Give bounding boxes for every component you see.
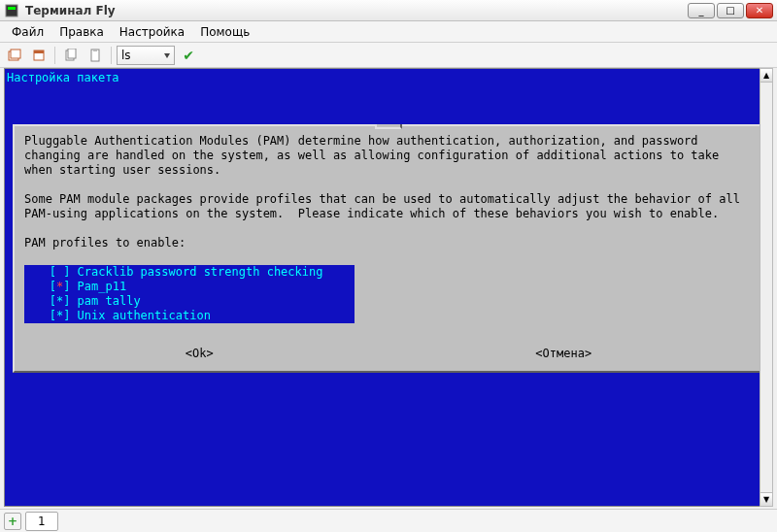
close-icon: ✕	[756, 5, 763, 16]
terminal-view[interactable]: Настройка пакета Pluggable Authenticatio…	[4, 68, 773, 507]
svg-rect-1	[8, 7, 16, 10]
scroll-down-arrow[interactable]: ▼	[760, 492, 772, 506]
dialog-paragraph-2: Some PAM module packages provide profile…	[24, 192, 753, 221]
dialog-title-notch	[375, 124, 402, 129]
window-title: Терминал Fly	[25, 4, 688, 17]
svg-rect-9	[93, 49, 97, 51]
toolbar-separator	[54, 47, 55, 64]
maximize-button[interactable]: □	[717, 3, 744, 18]
minimize-icon: _	[699, 5, 704, 16]
new-window-button[interactable]	[28, 46, 50, 65]
menu-help[interactable]: Помощь	[192, 23, 257, 41]
window-controls: _ □ ✕	[688, 3, 773, 18]
cancel-button[interactable]: <Отмена>	[535, 347, 591, 361]
menu-edit[interactable]: Правка	[51, 23, 112, 41]
maximize-icon: □	[726, 5, 734, 16]
svg-rect-3	[11, 50, 20, 58]
add-tab-button[interactable]: +	[4, 513, 21, 530]
dialog-paragraph-1: Pluggable Authentication Modules (PAM) d…	[24, 134, 753, 178]
copy-button[interactable]	[60, 46, 82, 65]
app-icon	[4, 3, 19, 18]
tab-label: 1	[38, 515, 46, 528]
minimize-button[interactable]: _	[688, 3, 715, 18]
profile-label: pam tally	[78, 294, 141, 308]
command-combo-value: ls	[121, 49, 131, 62]
menu-bar: Файл Правка Настройка Помощь	[0, 21, 777, 43]
tab-bar: + 1	[0, 509, 777, 532]
title-bar: Терминал Fly _ □ ✕	[0, 0, 777, 21]
toolbar: ls ✔	[0, 43, 777, 68]
profile-item-pam-tally[interactable]: [*] pam tally	[28, 294, 351, 309]
vertical-scrollbar[interactable]: ▲ ▼	[760, 68, 773, 507]
profile-item-unix-auth[interactable]: [*] Unix authentication	[28, 309, 351, 323]
menu-settings[interactable]: Настройка	[112, 23, 192, 41]
package-config-title: Настройка пакета	[7, 71, 770, 85]
menu-file[interactable]: Файл	[4, 23, 51, 41]
scroll-up-arrow[interactable]: ▲	[760, 69, 772, 83]
checkbox-mark: *	[56, 309, 63, 322]
plus-icon: +	[8, 515, 17, 528]
dialog-button-row: <Ok> <Отмена>	[24, 347, 753, 361]
profile-item-cracklib[interactable]: [ ] Cracklib password strength checking	[28, 265, 351, 280]
profile-label: Unix authentication	[78, 309, 211, 322]
paste-button[interactable]	[84, 46, 106, 65]
dialog-prompt: PAM profiles to enable:	[24, 236, 753, 250]
checkbox-mark: *	[56, 280, 63, 293]
profile-label: Cracklib password strength checking	[78, 265, 323, 279]
profile-item-pam-p11[interactable]: [*] Pam_p11	[28, 280, 351, 294]
new-tab-button[interactable]	[4, 46, 25, 65]
ok-button[interactable]: <Ok>	[186, 347, 214, 361]
checkbox-mark	[56, 265, 63, 279]
checkbox-mark: *	[56, 294, 63, 308]
profile-label: Pam_p11	[78, 280, 127, 293]
svg-rect-7	[68, 49, 76, 58]
close-button[interactable]: ✕	[746, 3, 773, 18]
apply-button[interactable]: ✔	[178, 46, 199, 65]
svg-rect-0	[6, 5, 17, 17]
pam-profiles-list[interactable]: [ ] Cracklib password strength checking …	[24, 265, 355, 323]
tab-1[interactable]: 1	[25, 512, 58, 531]
toolbar-separator	[111, 47, 112, 64]
check-icon: ✔	[183, 48, 194, 63]
svg-rect-5	[34, 50, 44, 53]
pam-config-dialog: Pluggable Authentication Modules (PAM) d…	[13, 124, 764, 373]
command-combo[interactable]: ls	[117, 46, 175, 65]
